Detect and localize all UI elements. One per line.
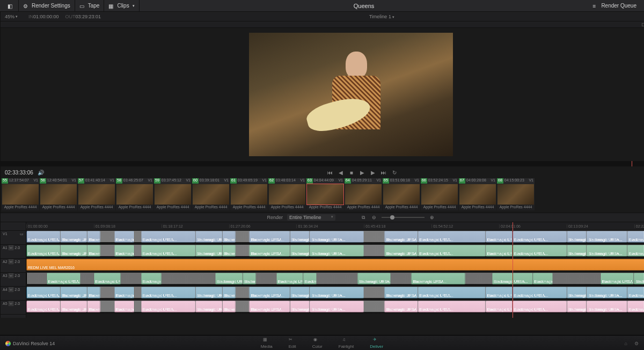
timeline-clip[interactable]: Blackmagic URSA...	[486, 301, 513, 312]
timeline-clip[interactable]: Blackmagic URSA...	[276, 273, 303, 285]
timeline-clip[interactable]: Blackmagic URSA...	[195, 301, 222, 312]
timeline-clip[interactable]: Blackmagic URSA...	[310, 301, 364, 312]
timeline-clip[interactable]: Blackmagic URSA...	[141, 231, 195, 243]
timeline-clip[interactable]: Blackmagic URSA...	[513, 231, 567, 243]
nav-media[interactable]: ▦Media	[261, 337, 273, 349]
timeline-clip[interactable]: Blackmagic URSA...	[60, 245, 87, 257]
timeline-clip[interactable]: Blackmagic URSA...	[533, 273, 553, 285]
timeline-clip[interactable]: Blackmagic URSA...	[290, 301, 310, 312]
settings-gear-icon[interactable]: ⚙	[634, 341, 639, 346]
timeline-clip[interactable]: Blackmagic URSA...	[222, 287, 236, 298]
timeline-clip[interactable]: Blackmagic URSA...	[249, 245, 290, 257]
timeline-clip[interactable]: Blackmagic URSA...	[87, 245, 100, 257]
timeline-clip[interactable]: Blackmagic URSA...	[513, 287, 567, 298]
timeline-clip[interactable]: Blackmagic URSA...	[513, 245, 567, 257]
timeline-clip[interactable]: Blackmagic URSA...	[141, 301, 195, 312]
timeline-clip[interactable]: Blackmagic URSA...	[303, 273, 317, 285]
thumbnail-clip[interactable]: 6503:51:08:18V1Apple ProRes 4444	[383, 178, 420, 213]
timeline-clip[interactable]: Blackmagic URSA...	[114, 301, 135, 312]
timeline-clip[interactable]: Blackmagic URSA...	[290, 245, 310, 257]
home-icon[interactable]: ⌂	[625, 341, 627, 346]
timeline-clip[interactable]: Blackmagic URSA...	[141, 287, 195, 298]
timeline-clip[interactable]: Blackmagic URSA...	[195, 287, 222, 298]
timeline-clip[interactable]: Blackmagic URSA...	[567, 287, 587, 298]
timeline-clip[interactable]: Blackmagic URSA...	[60, 231, 87, 243]
timeline-clip[interactable]: Blackmagic URSA...	[222, 301, 236, 312]
nav-deliver[interactable]: ✈Deliver	[370, 337, 383, 349]
track-a5[interactable]: A5	[3, 302, 8, 305]
tape-tab[interactable]: ▭Tape	[75, 0, 105, 11]
render-queue-tab[interactable]: ≡Render Queue	[588, 0, 641, 11]
timeline-clip[interactable]: Blackmagic URSA...	[26, 245, 60, 257]
timeline-clip[interactable]: Blackmagic URSA...	[587, 231, 627, 243]
timeline-clip[interactable]: Blackmagic URSA...	[601, 273, 634, 285]
timeline-clip[interactable]: Blackmagic URSA...	[195, 231, 222, 243]
timeline-clip[interactable]: Blackmagic URSA...	[418, 301, 486, 312]
timeline-clip[interactable]: Blackmagic URSA...	[384, 287, 418, 298]
thumbnail-clip[interactable]: 6304:04:44:09V1Apple ProRes 4444	[306, 178, 344, 213]
track-a1[interactable]: A1	[3, 246, 8, 250]
timeline-clip[interactable]: Blackmagic URSA...	[94, 273, 121, 285]
thumbnail-clip[interactable]: 6103:49:65:19V1Apple ProRes 4444	[230, 178, 268, 213]
timeline-clip[interactable]: Blackmagic URSA...	[567, 245, 587, 257]
timeline-clip[interactable]: Blackmagic URSA...	[243, 273, 256, 285]
timeline-clip[interactable]: Blackmagic URSA...	[222, 245, 236, 257]
timeline-clip[interactable]: REDM LIVE MEL MAR2016	[26, 259, 644, 271]
timeline-clip[interactable]: Blackmagic URSA...	[114, 231, 135, 243]
timeline-clip[interactable]: Blackmagic URSA...	[587, 245, 627, 257]
tl-zoom-in-icon[interactable]: ⊕	[429, 214, 435, 221]
timeline-clip[interactable]: Blackmagic URSA...	[627, 287, 644, 298]
timeline-playhead[interactable]	[513, 222, 513, 318]
timeline-clip[interactable]: Blackmagic URSA...	[114, 245, 135, 257]
timeline-clip[interactable]: Blackmagic URSA...	[587, 287, 627, 298]
tl-options-icon[interactable]: ⧉	[360, 214, 367, 221]
timeline-clip[interactable]: Blackmagic URSA...	[215, 273, 242, 285]
play-button[interactable]: ▶	[359, 169, 365, 176]
render-scope-select[interactable]: Entire Timeline	[287, 214, 335, 221]
timeline-clip[interactable]: Blackmagic URSA...	[87, 301, 100, 312]
timeline-clip[interactable]: Blackmagic URSA...	[384, 301, 418, 312]
timeline-clip[interactable]: Blackmagic URSA...	[384, 231, 418, 243]
timeline-clip[interactable]: Blackmagic URSA...	[26, 301, 60, 312]
timeline-clip[interactable]: Blackmagic URSA...	[634, 273, 644, 285]
timeline-clip[interactable]: Blackmagic URSA...	[249, 301, 290, 312]
video-viewer[interactable]	[1, 28, 644, 161]
thumbnail-clip[interactable]: 6603:52:24:15V1Apple ProRes 4444	[421, 178, 458, 213]
next-frame-button[interactable]: ▶	[370, 169, 376, 176]
timeline-clip[interactable]: Blackmagic URSA...	[627, 301, 644, 312]
thumbnail-clip[interactable]: 6704:00:28:08V1Apple ProRes 4444	[459, 178, 496, 213]
timeline-clip[interactable]: Blackmagic URSA...	[567, 231, 587, 243]
track-v1[interactable]: V1	[3, 232, 8, 236]
timeline-clip[interactable]: Blackmagic URSA...	[627, 245, 644, 257]
timeline-clip[interactable]: Blackmagic URSA...	[411, 273, 465, 285]
timeline-clip[interactable]: Blackmagic URSA...	[26, 231, 60, 243]
viewer-scrubber[interactable]	[1, 161, 644, 166]
thumbnail-clip[interactable]: 5703:41:40:14V1Apple ProRes 4444	[78, 178, 115, 213]
timeline-name[interactable]: Timeline 1 ▾	[101, 14, 644, 19]
timeline-clip[interactable]: Blackmagic URSA...	[513, 301, 567, 312]
timeline-clip[interactable]: Blackmagic URSA...	[627, 231, 644, 243]
thumbnail-clip[interactable]: 6404:05:29:11V1Apple ProRes 4444	[345, 178, 382, 213]
thumbnail-clip[interactable]: 6203:48:03:14V1Apple ProRes 4444	[268, 178, 306, 213]
volume-icon[interactable]: 🔊	[38, 169, 44, 176]
timeline-clip[interactable]: Blackmagic URSA...	[587, 301, 627, 312]
clips-tab[interactable]: ▦Clips▾	[104, 0, 139, 11]
timeline-clip[interactable]: Blackmagic URSA...	[47, 273, 80, 285]
timeline-clip[interactable]: Blackmagic URSA...	[87, 231, 100, 243]
timeline-clip[interactable]: Blackmagic URSA...	[87, 287, 100, 298]
nav-edit[interactable]: ✂Edit	[289, 337, 296, 349]
timeline-clip[interactable]: Blackmagic URSA...	[26, 287, 60, 298]
zoom-level[interactable]: 45%	[5, 14, 14, 19]
timeline-clip[interactable]: Blackmagic URSA...	[486, 287, 513, 298]
thumbnail-clip[interactable]: 5803:46:25:07V1Apple ProRes 4444	[116, 178, 153, 213]
thumbnail-clip[interactable]: 6804:15:00:23V1Apple ProRes 4444	[497, 178, 535, 213]
last-frame-button[interactable]: ⏭	[380, 169, 387, 176]
thumbnail-clip[interactable]: 6003:39:18:01V1Apple ProRes 4444	[192, 178, 230, 213]
timeline-clip[interactable]: Blackmagic URSA...	[567, 301, 587, 312]
timeline-clip[interactable]: Blackmagic URSA...	[141, 245, 195, 257]
timeline-clip[interactable]: Blackmagic URSA...	[249, 231, 290, 243]
thumbnail-clip[interactable]: 5612:40:54:01V1Apple ProRes 4444	[40, 178, 77, 213]
timeline-clip[interactable]: Blackmagic URSA...	[222, 231, 236, 243]
timeline-clip[interactable]: Blackmagic URSA...	[60, 301, 87, 312]
nav-color[interactable]: ◉Color	[312, 337, 323, 349]
